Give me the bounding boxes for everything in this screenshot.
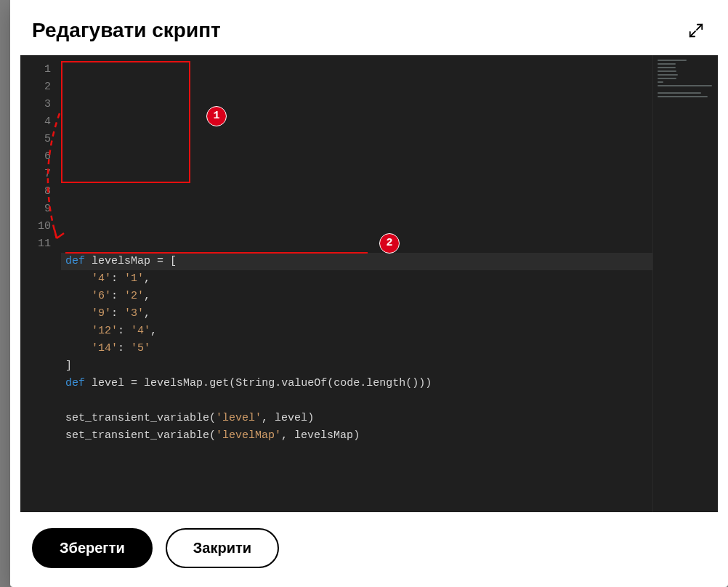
line-number: 2 [25,78,51,96]
modal-footer: Зберегти Закрити [10,512,728,587]
code-line: set_transient_variable('level', level) [61,410,718,427]
code-line: def levelsMap = [ [61,253,718,270]
line-number: 1 [25,61,51,78]
minimap-content [658,60,713,96]
modal-title: Редагувати скрипт [32,19,221,42]
code-line [61,392,718,410]
code-line: def level = levelsMap.get(String.valueOf… [61,375,718,392]
expand-icon [688,23,704,39]
annotation-badge-2: 2 [379,233,400,254]
code-line: '12': '4', [61,323,718,340]
save-button[interactable]: Зберегти [32,528,153,568]
line-number: 5 [25,131,51,148]
line-number: 4 [25,113,51,131]
line-number: 9 [25,201,51,218]
close-button[interactable]: Закрити [166,528,279,568]
annotation-badge-1: 1 [206,106,227,126]
line-number: 3 [25,96,51,113]
line-number: 6 [25,148,51,166]
edit-script-modal: Редагувати скрипт 1234567891011 1 2 def … [10,0,728,587]
code-line: set_transient_variable('levelMap', level… [61,427,718,445]
code-line: '9': '3', [61,305,718,323]
code-line: '4': '1', [61,270,718,288]
line-number: 11 [25,235,51,253]
code-line: '6': '2', [61,288,718,305]
line-number: 7 [25,166,51,183]
line-gutter: 1234567891011 [20,55,61,512]
annotation-box-1 [61,61,190,183]
code-line: ] [61,357,718,375]
modal-header: Редагувати скрипт [10,0,728,55]
line-number: 10 [25,218,51,235]
minimap[interactable] [652,55,718,512]
code-editor[interactable]: 1234567891011 1 2 def levelsMap = [ '4':… [20,55,718,512]
code-area[interactable]: 1 2 def levelsMap = [ '4': '1', '6': '2'… [61,55,718,512]
line-number: 8 [25,183,51,201]
expand-button[interactable] [686,20,706,41]
code-line: '14': '5' [61,340,718,357]
